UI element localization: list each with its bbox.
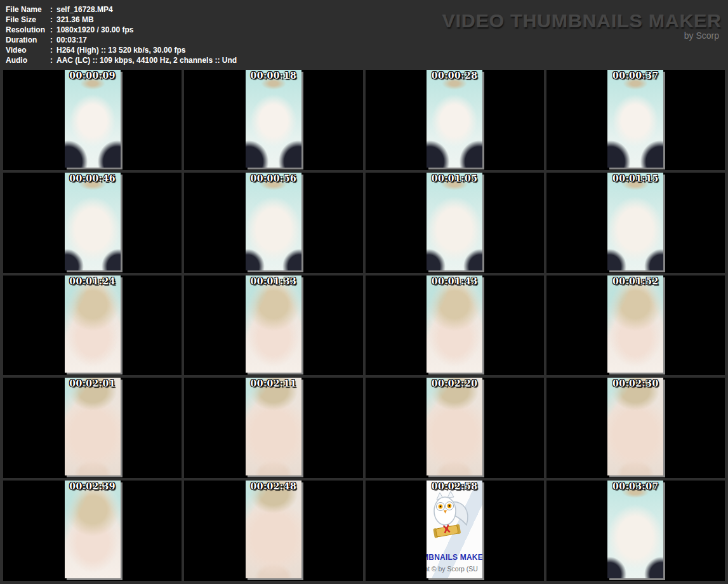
video-frame-thumbnail: 00:00:56 [246, 173, 301, 270]
video-frame-thumbnail: 00:00:09 [65, 70, 121, 168]
app-subtitle: by Scorp [442, 30, 719, 41]
video-frame-thumbnail: 00:02:01 [65, 378, 121, 475]
file-info-row: Audio:AAC (LC) :: 109 kbps, 44100 Hz, 2 … [6, 55, 237, 65]
thumbnail-cell: 00:00:18 [184, 70, 362, 170]
video-frame-placeholder [246, 173, 301, 270]
thumbnail-cell: 00:02:20 [366, 378, 544, 478]
video-frame-thumbnail: 00:03:07 [607, 481, 663, 578]
thumbnail-cell: 00:02:11 [184, 378, 362, 478]
timestamp-label: 00:00:09 [65, 70, 121, 81]
video-frame-placeholder [246, 275, 301, 373]
video-frame-thumbnail: 00:01:24 [65, 275, 121, 373]
thumbnail-cell: 00:00:09 [3, 70, 182, 170]
timestamp-label: 00:00:56 [246, 173, 301, 183]
thumbnail-cell: 00:01:24 [3, 275, 182, 376]
video-frame-placeholder [246, 70, 301, 168]
video-frame-thumbnail: 00:01:33 [246, 275, 301, 373]
info-value: 1080x1920 / 30.00 fps [56, 25, 133, 34]
info-colon: : [50, 15, 56, 25]
info-colon: : [50, 45, 56, 55]
app-brand: VIDEO THUMBNAILS MAKER by Scorp [442, 11, 722, 41]
timestamp-label: 00:01:52 [607, 276, 663, 286]
info-colon: : [50, 25, 56, 35]
info-label: Duration [6, 35, 50, 45]
video-frame-placeholder [65, 70, 121, 168]
info-colon: : [50, 4, 56, 15]
timestamp-label: 00:00:46 [65, 173, 121, 183]
timestamp-label: 00:01:33 [246, 276, 301, 286]
video-frame-thumbnail: 00:01:15 [607, 173, 663, 270]
thumbnail-cell: MBNAILS MAKER 8nt © by Scorp (SU00:02:58 [366, 481, 544, 581]
video-frame-placeholder [65, 481, 121, 578]
thumbnail-cell: 00:02:39 [3, 481, 182, 581]
thumbnail-grid: 00:00:0900:00:1800:00:2800:00:3700:00:46… [0, 68, 728, 584]
video-frame-thumbnail: 00:01:52 [607, 275, 663, 373]
info-value: 321.36 MB [56, 15, 94, 24]
file-info-block: File Name:self_16728.MP4 File Size:321.3… [6, 4, 237, 65]
video-frame-thumbnail: 00:00:28 [427, 70, 482, 168]
logo-copyright-text: nt © by Scorp (SU [427, 565, 478, 573]
thumbnail-cell: 00:00:56 [184, 173, 362, 273]
app-title: VIDEO THUMBNAILS MAKER [442, 11, 722, 30]
timestamp-label: 00:01:24 [65, 276, 121, 286]
timestamp-label: 00:00:37 [607, 70, 663, 81]
video-frame-thumbnail: 00:02:20 [427, 378, 482, 475]
video-frame-thumbnail: 00:02:39 [65, 481, 121, 578]
info-label: Video [6, 45, 50, 55]
thumbnail-cell: 00:01:15 [546, 173, 725, 273]
file-info-row: Duration:00:03:17 [6, 35, 237, 45]
video-frame-placeholder [65, 378, 121, 475]
thumbnail-cell: 00:01:33 [184, 275, 362, 376]
video-frame-thumbnail: 00:02:48 [246, 481, 301, 578]
timestamp-label: 00:02:39 [65, 481, 121, 491]
video-frame-placeholder [65, 173, 121, 270]
info-value: self_16728.MP4 [56, 5, 113, 14]
video-frame-placeholder [246, 378, 301, 475]
timestamp-label: 00:02:30 [607, 378, 663, 388]
info-value: H264 (High) :: 13 520 kb/s, 30.00 fps [56, 46, 185, 55]
timestamp-label: 00:01:05 [427, 173, 482, 183]
timestamp-label: 00:02:48 [246, 481, 301, 491]
timestamp-label: 00:02:20 [427, 378, 482, 388]
timestamp-label: 00:00:18 [246, 70, 301, 81]
file-info-header: File Name:self_16728.MP4 File Size:321.3… [0, 0, 728, 68]
video-frame-placeholder [607, 70, 663, 168]
video-frame-placeholder [607, 481, 663, 578]
info-label: File Size [6, 15, 50, 25]
thumbnail-cell: 00:02:48 [184, 481, 362, 581]
video-frame-placeholder [427, 378, 482, 475]
info-label: Resolution [6, 25, 50, 35]
timestamp-label: 00:01:15 [607, 173, 663, 183]
thumbnail-cell: 00:03:07 [546, 481, 725, 581]
logo-thumbnail: MBNAILS MAKER 8nt © by Scorp (SU00:02:58 [427, 481, 482, 578]
video-frame-placeholder [607, 173, 663, 270]
video-frame-thumbnail: 00:02:11 [246, 378, 301, 475]
video-frame-placeholder [246, 481, 301, 578]
info-value: 00:03:17 [56, 36, 87, 44]
video-frame-thumbnail: 00:01:05 [427, 173, 482, 270]
timestamp-label: 00:02:01 [65, 378, 121, 388]
video-frame-placeholder [427, 70, 482, 168]
logo-title-text: MBNAILS MAKER 8 [427, 553, 482, 562]
video-frame-placeholder [65, 275, 121, 373]
video-frame-thumbnail: 00:00:18 [246, 70, 301, 168]
video-frame-thumbnail: 00:00:37 [607, 70, 663, 168]
thumbnail-cell: 00:00:28 [366, 70, 544, 170]
thumbnail-cell: 00:00:46 [3, 173, 182, 273]
timestamp-label: 00:00:28 [427, 70, 482, 81]
thumbnail-cell: 00:01:52 [546, 275, 725, 376]
app-logo-card: MBNAILS MAKER 8nt © by Scorp (SU [427, 481, 482, 578]
thumbnail-cell: 00:01:43 [366, 275, 544, 376]
timestamp-label: 00:01:43 [427, 276, 482, 286]
video-frame-thumbnail: 00:01:43 [427, 275, 482, 373]
timestamp-label: 00:02:58 [427, 481, 482, 491]
thumbnail-cell: 00:00:37 [546, 70, 725, 170]
timestamp-label: 00:03:07 [607, 481, 663, 491]
video-frame-placeholder [427, 173, 482, 270]
thumbnail-cell: 00:02:30 [546, 378, 725, 478]
file-info-row: Video:H264 (High) :: 13 520 kb/s, 30.00 … [6, 45, 237, 55]
owl-with-scroll-icon [427, 488, 474, 541]
video-frame-thumbnail: 00:00:46 [65, 173, 121, 270]
video-frame-placeholder [427, 275, 482, 373]
video-frame-placeholder [607, 275, 663, 373]
